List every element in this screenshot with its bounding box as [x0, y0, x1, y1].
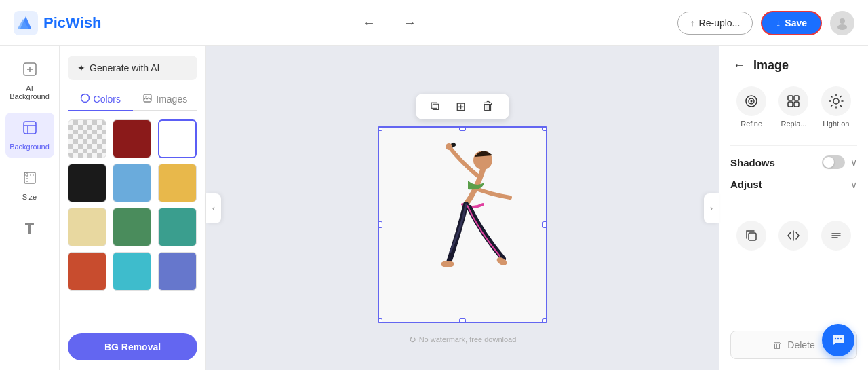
save-label: Save [785, 18, 807, 29]
color-swatch-yellow[interactable] [158, 164, 197, 202]
reupload-label: Re-uplo... [699, 18, 741, 29]
logo-area: PicWish [14, 11, 101, 35]
handle-tc[interactable] [459, 126, 466, 131]
light-on-tool[interactable]: Light on [821, 86, 851, 128]
handle-bl[interactable] [378, 318, 382, 323]
svg-line-28 [831, 96, 831, 97]
images-tab-label: Images [156, 94, 187, 105]
yoga-figure [379, 128, 546, 322]
sidebar-item-ai-background[interactable]: AIBackground [5, 54, 54, 107]
image-toolbar: ⧉ ⊞ 🗑 [416, 94, 509, 119]
back-button[interactable]: ← [730, 57, 748, 74]
ai-background-icon [22, 61, 38, 81]
avatar[interactable] [830, 11, 854, 35]
save-button[interactable]: ↓ Save [761, 11, 822, 35]
topbar-right: ↑ Re-uplo... ↓ Save [677, 11, 854, 35]
color-swatch-white[interactable] [158, 119, 197, 158]
handle-tl[interactable] [378, 126, 382, 131]
svg-point-4 [837, 24, 847, 30]
chat-bubble-button[interactable] [822, 324, 854, 356]
color-swatch-black[interactable] [68, 164, 106, 202]
generate-ai-button[interactable]: ✦ Generate with AI [68, 56, 197, 80]
adjust-chevron-icon: ∨ [850, 179, 857, 190]
collapse-left-button[interactable]: ‹ [206, 193, 221, 223]
color-swatch-dark-red[interactable] [113, 119, 151, 158]
refine-tool[interactable]: Refine [736, 86, 766, 128]
canvas-area: ‹ ⧉ ⊞ 🗑 [206, 46, 719, 370]
redo-button[interactable]: → [397, 12, 422, 33]
sidebar-item-text[interactable]: T [5, 213, 54, 247]
right-bottom-icons [730, 221, 857, 251]
sidebar-item-ai-background-label: AIBackground [9, 84, 50, 100]
right-panel-title: Image [753, 58, 789, 73]
svg-point-37 [837, 338, 839, 339]
watermark-text: No watermark, free download [419, 335, 517, 344]
flip-button[interactable] [778, 221, 808, 251]
svg-point-18 [751, 100, 753, 103]
handle-mr[interactable] [542, 221, 547, 228]
right-panel-header: ← Image [730, 57, 857, 74]
copy-bottom-button[interactable] [736, 221, 766, 251]
replace-icon [778, 86, 808, 116]
divider-2 [730, 204, 857, 204]
svg-line-31 [831, 105, 831, 106]
adjust-row[interactable]: Adjust ∨ [730, 179, 857, 190]
svg-rect-19 [788, 96, 793, 100]
svg-rect-32 [749, 233, 756, 240]
main-layout: AIBackground Background Size T ✦ Generat… [0, 46, 868, 370]
color-swatch-orange-red[interactable] [68, 252, 106, 291]
logo-icon [14, 11, 38, 35]
color-swatch-light-blue[interactable] [113, 164, 151, 202]
image-container: ⧉ ⊞ 🗑 [378, 94, 547, 323]
delete-toolbar-button[interactable]: 🗑 [478, 98, 498, 115]
reupload-button[interactable]: ↑ Re-uplo... [677, 12, 753, 35]
color-swatch-transparent[interactable] [68, 119, 106, 158]
svg-point-23 [833, 98, 839, 104]
svg-rect-22 [794, 102, 799, 107]
shadows-controls: ∨ [822, 155, 857, 169]
colors-tab-icon [80, 93, 90, 105]
handle-bc[interactable] [459, 318, 466, 323]
delete-label: Delete [787, 339, 814, 350]
shadows-toggle[interactable] [822, 155, 845, 169]
svg-point-13 [441, 261, 454, 267]
svg-point-36 [835, 338, 836, 339]
watermark: ↻ No watermark, free download [409, 335, 517, 345]
toggle-knob [823, 157, 834, 168]
handle-ml[interactable] [378, 221, 382, 228]
sidebar-item-background-label: Background [9, 143, 50, 151]
copy-button[interactable]: ⧉ [427, 98, 443, 115]
replace-tool[interactable]: Repla... [778, 86, 808, 128]
color-swatch-wheat[interactable] [68, 208, 106, 246]
color-swatch-teal[interactable] [158, 208, 197, 246]
adjust-label: Adjust [730, 179, 762, 190]
grid-button[interactable]: ⊞ [452, 98, 470, 115]
color-swatch-medium-blue[interactable] [158, 252, 197, 291]
light-on-icon [821, 86, 851, 116]
colors-tab-label: Colors [94, 94, 121, 105]
sidebar-item-background[interactable]: Background [5, 113, 54, 158]
sidebar-item-size[interactable]: Size [5, 163, 54, 208]
divider-1 [730, 145, 857, 146]
text-icon: T [25, 220, 34, 238]
color-swatch-green[interactable] [113, 208, 151, 246]
handle-tr[interactable] [542, 126, 547, 131]
collapse-right-button[interactable]: › [704, 193, 719, 223]
handle-br[interactable] [542, 318, 547, 323]
align-button[interactable] [821, 221, 851, 251]
left-sidebar: AIBackground Background Size T [0, 46, 60, 370]
replace-label: Repla... [781, 119, 807, 128]
topbar: PicWish ← → ↑ Re-uplo... ↓ Save [0, 0, 868, 46]
undo-button[interactable]: ← [357, 12, 381, 33]
right-panel-tools: Refine Repla... Light on [730, 86, 857, 128]
tab-images[interactable]: Images [133, 88, 198, 111]
tab-row: Colors Images [68, 88, 197, 111]
tab-colors[interactable]: Colors [68, 88, 133, 111]
shadows-row[interactable]: Shadows ∨ [730, 155, 857, 169]
generate-ai-label: Generate with AI [90, 62, 160, 73]
refine-label: Refine [741, 119, 762, 128]
svg-rect-21 [788, 102, 793, 107]
color-swatch-cyan[interactable] [113, 252, 151, 291]
color-grid [68, 119, 197, 291]
bg-removal-button[interactable]: BG Removal [68, 333, 197, 360]
